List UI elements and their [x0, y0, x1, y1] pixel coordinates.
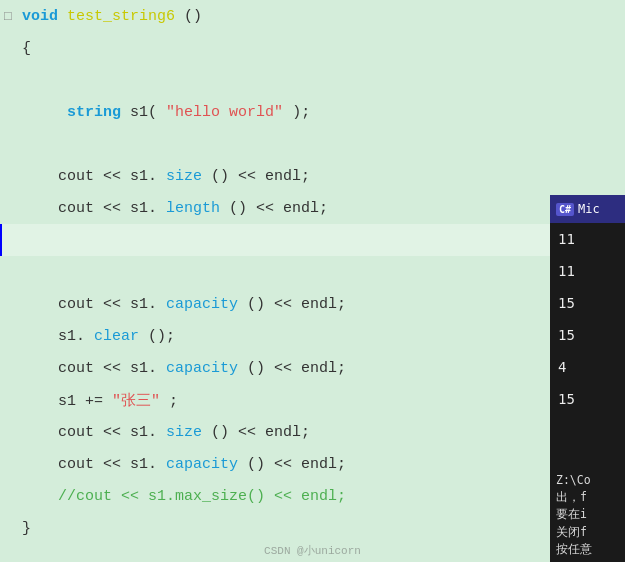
- code-line: cout << s1. size () << endl;: [0, 416, 625, 448]
- code-content: string s1( "hello world" );: [18, 104, 625, 121]
- comment-text: //cout << s1.max_size() << endl;: [22, 488, 346, 505]
- plain-text: () << endl;: [247, 456, 346, 473]
- plain-text: );: [292, 104, 310, 121]
- plain-text: () << endl;: [247, 296, 346, 313]
- plain-text: ();: [148, 328, 175, 345]
- output-header-label: Mic: [578, 202, 600, 216]
- method-name: capacity: [166, 296, 238, 313]
- code-content: s1. clear ();: [18, 328, 625, 345]
- output-value-6: 15: [550, 383, 625, 415]
- code-content: cout << s1. capacity () << endl;: [18, 296, 625, 313]
- plain-text: cout << s1.: [22, 200, 157, 217]
- output-lines: 11 11 15 15 4 15: [550, 223, 625, 468]
- plain-text: cout << s1.: [22, 360, 157, 377]
- code-line: [0, 256, 625, 288]
- brace: {: [22, 40, 31, 57]
- editor-container: □ void test_string6 () {: [0, 0, 625, 562]
- output-header: C# Mic: [550, 195, 625, 223]
- plain-text: () << endl;: [247, 360, 346, 377]
- method-name: size: [166, 168, 202, 185]
- code-content: cout << s1. size () << endl;: [18, 168, 625, 185]
- method-name: length: [166, 200, 220, 217]
- method-name: capacity: [166, 456, 238, 473]
- code-line: [0, 64, 625, 96]
- code-line: }: [0, 512, 625, 544]
- code-content: cout << s1. length () << endl;: [18, 200, 625, 217]
- keyword: void: [22, 8, 58, 25]
- code-content: cout << s1. size () << endl;: [18, 424, 625, 441]
- code-line: cout << s1. size () << endl;: [0, 160, 625, 192]
- output-value-3: 15: [550, 287, 625, 319]
- code-line: [0, 128, 625, 160]
- plain-text: cout << s1.: [22, 296, 157, 313]
- code-content: void test_string6 (): [18, 8, 625, 25]
- code-line: s1 += "张三" ;: [0, 384, 625, 416]
- code-line: cout << s1. capacity () << endl;: [0, 352, 625, 384]
- output-header-icon: C#: [556, 203, 574, 216]
- code-content: }: [18, 520, 625, 537]
- plain-text: (): [184, 8, 202, 25]
- string-literal-zh: "张三": [112, 393, 160, 410]
- keyword: string: [67, 104, 121, 121]
- plain-text: cout << s1.: [22, 456, 157, 473]
- code-line: {: [0, 32, 625, 64]
- code-line-active: [0, 224, 625, 256]
- code-line: cout << s1. length () << endl;: [0, 192, 625, 224]
- plain-text: cout << s1.: [22, 424, 157, 441]
- code-content: //cout << s1.max_size() << endl;: [18, 488, 625, 505]
- output-value-1: 11: [550, 223, 625, 255]
- output-value-5: 4: [550, 351, 625, 383]
- plain-text: s1(: [130, 104, 157, 121]
- plain-text: () << endl;: [229, 200, 328, 217]
- method-name: clear: [94, 328, 139, 345]
- plain-text: cout << s1.: [22, 168, 157, 185]
- plain-text: ;: [169, 393, 178, 410]
- plain-text: s1 +=: [22, 393, 112, 410]
- output-text-block: Z:\Co出，f要在i关闭f按任意: [550, 468, 625, 562]
- code-line: cout << s1. capacity () << endl;: [0, 448, 625, 480]
- watermark: CSDN @小unicorn: [264, 543, 361, 558]
- function-name: test_string6: [67, 8, 175, 25]
- output-value-2: 11: [550, 255, 625, 287]
- code-content: {: [18, 40, 625, 57]
- method-name: size: [166, 424, 202, 441]
- brace: }: [22, 520, 31, 537]
- code-area: □ void test_string6 () {: [0, 0, 625, 562]
- code-line: string s1( "hello world" );: [0, 96, 625, 128]
- string-literal: "hello world": [166, 104, 283, 121]
- code-line: □ void test_string6 (): [0, 0, 625, 32]
- code-line: s1. clear ();: [0, 320, 625, 352]
- code-line: cout << s1. capacity () << endl;: [0, 288, 625, 320]
- output-value-4: 15: [550, 319, 625, 351]
- output-panel: C# Mic 11 11 15 15 4 15 Z:\Co出，f要在i关闭f按任…: [550, 195, 625, 562]
- plain-text: () << endl;: [211, 168, 310, 185]
- method-name: capacity: [166, 360, 238, 377]
- plain-text: () << endl;: [211, 424, 310, 441]
- code-content: cout << s1. capacity () << endl;: [18, 456, 625, 473]
- plain-text: [22, 104, 58, 121]
- line-indicator: □: [4, 9, 18, 24]
- code-line: //cout << s1.max_size() << endl;: [0, 480, 625, 512]
- plain-text: s1.: [22, 328, 85, 345]
- code-content: cout << s1. capacity () << endl;: [18, 360, 625, 377]
- code-content: s1 += "张三" ;: [18, 391, 625, 410]
